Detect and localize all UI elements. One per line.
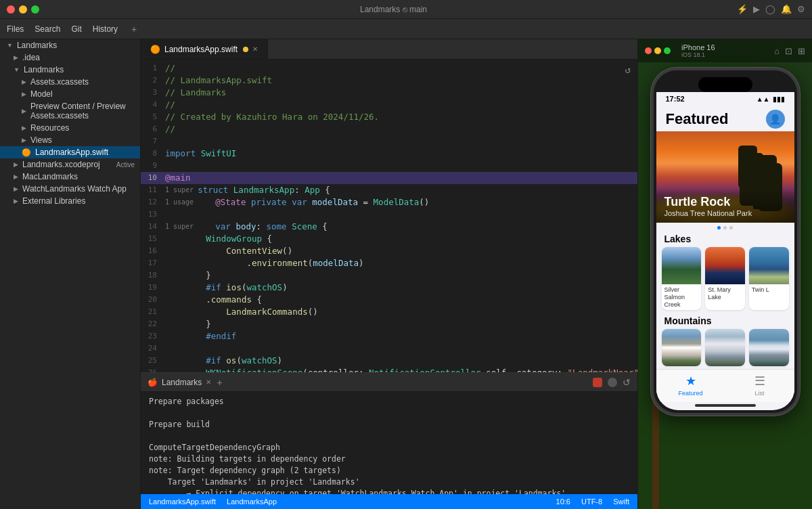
- status-bar: LandmarksApp.swift LandmarksApp 10:6 UTF…: [141, 494, 637, 509]
- status-right: 10:6 UTF-8 Swift: [556, 497, 629, 506]
- code-line: 26 WKNotificationScene(controller: Notif…: [141, 367, 637, 372]
- sidebar-item-xcodeproj[interactable]: ▶ Landmarks.xcodeproj Active: [0, 158, 140, 171]
- clear-button[interactable]: [608, 378, 617, 387]
- maximize-button[interactable]: [31, 5, 39, 14]
- lightning-icon[interactable]: ⚡: [737, 4, 748, 14]
- featured-landmark-name: Turtle Rock: [664, 195, 786, 209]
- sidebar-item-label: MacLandmarks: [22, 172, 78, 181]
- code-line: 11 1 super struct LandmarksApp: App {: [141, 184, 637, 196]
- screenshot-icon[interactable]: ⊡: [785, 46, 792, 56]
- tab-search[interactable]: Search: [35, 24, 60, 34]
- sidebar-item-assets[interactable]: ▶ Assets.xcassets: [0, 76, 140, 88]
- tab-close-button[interactable]: ✕: [252, 45, 258, 53]
- modified-indicator: [243, 47, 248, 52]
- arrow-icon: ▶: [22, 137, 26, 143]
- home-indicator: [695, 404, 756, 407]
- sidebar-item-landmarks[interactable]: ▼ Landmarks: [0, 64, 140, 76]
- sidebar-root-item[interactable]: ▼ Landmarks: [0, 39, 140, 51]
- silver-creek-label: Silver Salmon Creek: [662, 284, 702, 310]
- code-line: 9: [141, 160, 637, 172]
- iphone-frame: 17:52 ▲▲ ▮▮▮ Featured 👤: [651, 68, 800, 416]
- tab-label: LandmarksApp.swift: [164, 45, 238, 54]
- run-icon[interactable]: ▶: [753, 4, 760, 14]
- landmark-card-mtn1[interactable]: [662, 329, 702, 366]
- tab-history[interactable]: History: [93, 24, 118, 34]
- sidebar-item-resources[interactable]: ▶ Resources: [0, 122, 140, 134]
- bell-icon[interactable]: 🔔: [781, 4, 792, 14]
- sim-close[interactable]: [645, 47, 652, 54]
- status-left: LandmarksApp.swift LandmarksApp: [149, 497, 277, 506]
- sidebar-item-external-libs[interactable]: ▶ External Libraries: [0, 195, 140, 207]
- dot-3[interactable]: [729, 226, 733, 229]
- close-button[interactable]: [7, 5, 15, 14]
- console-line: note: Target dependency graph (2 targets…: [149, 465, 629, 477]
- console-tab-close[interactable]: ✕: [206, 378, 211, 386]
- nav-item-featured[interactable]: ★ Featured: [656, 374, 725, 397]
- phone-time: 17:52: [666, 95, 685, 103]
- home-icon[interactable]: ⌂: [774, 46, 780, 56]
- featured-nav-label: Featured: [678, 390, 702, 397]
- sidebar: ▼ Landmarks ▶ .idea ▼ Landmarks ▶ Assets…: [0, 39, 141, 509]
- lakes-section-title: Lakes: [656, 231, 794, 247]
- landmark-card-twin[interactable]: Twin L: [749, 247, 789, 310]
- arrow-icon: ▶: [14, 198, 18, 204]
- sidebar-item-label: .idea: [22, 53, 40, 62]
- arrow-icon: ▶: [14, 161, 18, 168]
- landmark-card-mtn3[interactable]: [749, 329, 789, 366]
- refresh-console-icon[interactable]: ↺: [623, 377, 631, 388]
- landmark-card-silver[interactable]: Silver Salmon Creek: [662, 247, 702, 310]
- console-tab-bar: 🍎 Landmarks ✕ + ↺: [141, 373, 637, 392]
- sidebar-item-landmarksapp[interactable]: 🟠 LandmarksApp.swift: [0, 146, 140, 158]
- arrow-icon: ▶: [22, 125, 26, 131]
- landmark-card-mary[interactable]: St. Mary Lake: [705, 247, 745, 310]
- featured-nav-icon: ★: [685, 374, 696, 389]
- nav-item-list[interactable]: ☰ List: [725, 374, 794, 397]
- sidebar-item-label: Assets.xcassets: [30, 77, 89, 87]
- app-content: Featured 👤 Turtle Rock Joshua Tree Natio…: [656, 104, 794, 402]
- sidebar-item-preview[interactable]: ▶ Preview Content / Preview Assets.xcass…: [0, 100, 140, 122]
- add-tab-button[interactable]: +: [131, 24, 137, 35]
- sidebar-root-label: Landmarks: [17, 41, 57, 50]
- featured-landmark-park: Joshua Tree National Park: [664, 209, 786, 217]
- add-console-tab-button[interactable]: +: [217, 377, 222, 388]
- code-line: 3// Landmarks: [141, 87, 637, 99]
- dot-2[interactable]: [723, 226, 727, 229]
- stop-button[interactable]: [593, 378, 602, 387]
- tab-git[interactable]: Git: [71, 24, 81, 34]
- title-bar: Landmarks ⎋ main ⚡ ▶ ◯ 🔔 ⚙: [0, 0, 812, 19]
- rotate-icon[interactable]: ⊞: [798, 46, 805, 56]
- landmark-card-mtn2[interactable]: [705, 329, 745, 366]
- sidebar-item-watchapp[interactable]: ▶ WatchLandmarks Watch App: [0, 183, 140, 195]
- sidebar-item-label: Landmarks: [24, 65, 64, 74]
- user-avatar[interactable]: 👤: [766, 110, 785, 129]
- editor-area: 🟠 LandmarksApp.swift ✕ ↺ 1// 2// Landmar…: [141, 39, 637, 509]
- sidebar-item-views[interactable]: ▶ Views: [0, 134, 140, 146]
- sidebar-item-label: LandmarksApp.swift: [35, 148, 108, 157]
- featured-card[interactable]: Turtle Rock Joshua Tree National Park: [656, 131, 794, 223]
- sidebar-item-mac[interactable]: ▶ MacLandmarks: [0, 171, 140, 183]
- tab-files[interactable]: Files: [7, 24, 24, 34]
- sidebar-item-idea[interactable]: ▶ .idea: [0, 51, 140, 64]
- code-line: 15 WindowGroup {: [141, 233, 637, 245]
- console-tab-landmarks[interactable]: 🍎 Landmarks ✕: [148, 378, 211, 387]
- encoding: UTF-8: [581, 497, 602, 506]
- sidebar-item-model[interactable]: ▶ Model: [0, 88, 140, 100]
- arrow-icon: ▶: [22, 79, 26, 85]
- arrow-icon: ▶: [22, 91, 26, 97]
- ios-version: iOS 18.1: [681, 51, 715, 58]
- code-editor[interactable]: ↺ 1// 2// LandmarksApp.swift 3// Landmar…: [141, 60, 637, 372]
- sim-maximize[interactable]: [664, 47, 671, 54]
- sim-minimize[interactable]: [654, 47, 661, 54]
- code-line: 23 #endif: [141, 330, 637, 342]
- mountain1-image: [662, 329, 702, 366]
- arrow-icon: ▶: [14, 185, 18, 192]
- dot-1[interactable]: [717, 226, 721, 229]
- minimize-button[interactable]: [19, 5, 27, 14]
- featured-title: Featured: [666, 110, 729, 128]
- nav-tabs: Files Search Git History +: [0, 19, 812, 39]
- editor-tab-landmarksapp[interactable]: 🟠 LandmarksApp.swift ✕: [141, 39, 268, 59]
- device-icon[interactable]: ◯: [765, 4, 775, 14]
- gear-icon[interactable]: ⚙: [797, 4, 805, 14]
- list-nav-label: List: [754, 390, 764, 397]
- refresh-icon[interactable]: ↺: [625, 64, 631, 76]
